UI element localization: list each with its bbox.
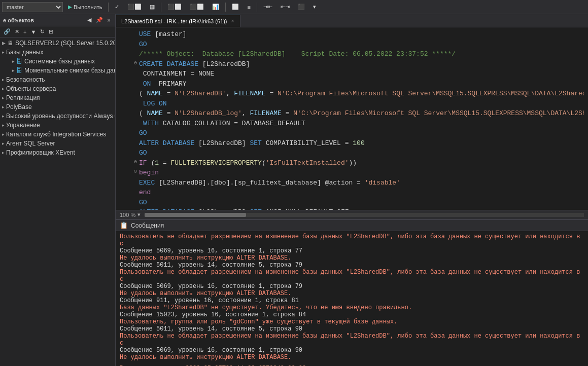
- stop-button[interactable]: ⬜: [229, 2, 242, 12]
- sidebar-filter-btn[interactable]: ▼: [29, 28, 38, 35]
- message-line: Сообщение 5069, уровень 16, состояние 1,…: [120, 247, 584, 254]
- code-line: EXEC [L2SharedDB].[dbo].[sp_fulltext_dat…: [116, 178, 588, 188]
- tree-arrow-xevent: ▸: [2, 150, 5, 155]
- code-content: EXEC [L2SharedDB].[dbo].[sp_fulltext_dat…: [139, 178, 584, 188]
- tree-item-server-objects[interactable]: ▸ Объекты сервера: [0, 84, 115, 93]
- sidebar-close-btn[interactable]: ×: [106, 16, 112, 24]
- tree-arrow-replication: ▸: [2, 95, 5, 100]
- tab-bar: L2SharedDB.sql - IRK...ter (IRK\irk63 (6…: [116, 14, 588, 27]
- sidebar-collapse-btn[interactable]: ⊟: [47, 28, 55, 35]
- tree-label-security: Безопасность: [6, 76, 45, 83]
- line-expand[interactable]: ⊖: [132, 158, 139, 166]
- code-line: GO: [116, 198, 588, 208]
- sidebar-connect-btn[interactable]: 🔗: [2, 28, 12, 35]
- code-line: end: [116, 188, 588, 198]
- code-content: ALTER DATABASE [L2SharedDB] SET COMPATIB…: [139, 138, 584, 149]
- code-line: ( NAME = N'L2SharedDB_log', FILENAME = N…: [116, 108, 588, 119]
- tree-item-system-db[interactable]: ▸ 🗄 Системные базы данных: [0, 57, 115, 66]
- tree-item-ha[interactable]: ▸ Высокий уровень доступности Always On: [0, 112, 115, 121]
- main-container: е объектов ◀ 📌 × 🔗 ✕ + ▼ ↻ ⊟ ▶ 🖥 SQLSERV…: [0, 14, 588, 366]
- line-expand[interactable]: ⊖: [132, 59, 139, 67]
- code-content: ( NAME = N'L2SharedDB_log', FILENAME = N…: [139, 108, 584, 119]
- plan-button[interactable]: 📊: [209, 2, 222, 12]
- tree-arrow-sql-agent: ▸: [2, 141, 5, 146]
- sidebar-tree: ▶ 🖥 SQLSERVERL2 (SQL Server 15.0.2000.5 …: [0, 38, 115, 366]
- tree-item-replication[interactable]: ▸ Репликация: [0, 93, 115, 102]
- code-content: GO: [139, 148, 584, 158]
- misc-button[interactable]: ≡: [244, 2, 253, 12]
- db-icon-system: 🗄: [16, 58, 22, 65]
- tree-item-server[interactable]: ▶ 🖥 SQLSERVERL2 (SQL Server 15.0.2000.5 …: [0, 39, 115, 48]
- messages-icon: 📋: [120, 222, 128, 229]
- parse-button[interactable]: ⬛⬜: [124, 2, 145, 12]
- execute-button[interactable]: ▶ Выполнить: [65, 2, 105, 12]
- query-button[interactable]: ⬛⬜: [164, 2, 185, 12]
- code-content: ALTER DATABASE [L2SharedDB] SET ANSI_NUL…: [139, 207, 584, 210]
- code-line: WITH CATALOG_COLLATION = DATABASE_DEFAUL…: [116, 119, 588, 129]
- editor-area[interactable]: USE [master] GO /***** Object: Database …: [116, 27, 588, 210]
- content-area: L2SharedDB.sql - IRK...ter (IRK\irk63 (6…: [116, 14, 588, 366]
- tab-sql-file[interactable]: L2SharedDB.sql - IRK...ter (IRK\irk63 (6…: [116, 15, 240, 27]
- code-line: ⊖CREATE DATABASE [L2SharedDB]: [116, 59, 588, 69]
- message-line: Не удалось выполнить инструкцию ALTER DA…: [120, 254, 584, 262]
- misc2-button[interactable]: ⬛: [295, 2, 308, 12]
- tree-item-sql-agent[interactable]: ▸ Агент SQL Server: [0, 139, 115, 148]
- tree-item-databases[interactable]: ▸ Базы данных: [0, 48, 115, 57]
- code-content: GO: [139, 40, 584, 50]
- code-content: GO: [139, 198, 584, 208]
- message-line: Сообщение 5069, уровень 16, состояние 1,…: [120, 347, 584, 354]
- misc3-button[interactable]: ▾: [310, 2, 319, 12]
- horizontal-scrollbar[interactable]: [145, 213, 584, 217]
- code-line: ALTER DATABASE [L2SharedDB] SET COMPATIB…: [116, 138, 588, 149]
- sidebar-header-icons: ◀ 📌 ×: [86, 16, 112, 24]
- tree-item-polybase[interactable]: ▸ PolyBase: [0, 102, 115, 112]
- check-button[interactable]: ✓: [112, 2, 122, 12]
- tree-label-replication: Репликация: [6, 94, 40, 101]
- tree-item-management[interactable]: ▸ Управление: [0, 121, 115, 130]
- tree-arrow-databases: ▸: [2, 50, 5, 55]
- message-line: Сообщение 5011, уровень 14, состояние 5,…: [120, 262, 584, 269]
- tree-label-server: SQLSERVERL2 (SQL Server 15.0.2000.5 - ir…: [15, 40, 115, 47]
- code-line: ( NAME = N'L2SharedDB', FILENAME = N'C:\…: [116, 89, 588, 99]
- messages-title: Сообщения: [131, 222, 164, 229]
- grid-button[interactable]: ▦: [147, 2, 158, 12]
- server-icon: 🖥: [7, 40, 13, 47]
- tree-label-xevent: Профилировщик XEvent: [6, 149, 75, 156]
- database-selector[interactable]: master: [2, 2, 63, 12]
- tree-item-integration[interactable]: ▸ Каталоги служб Integration Services: [0, 130, 115, 139]
- sidebar-header: е объектов ◀ 📌 ×: [0, 14, 115, 26]
- tree-arrow-ha: ▸: [2, 114, 5, 119]
- code-content: LOG ON: [139, 99, 584, 109]
- message-line: Не удалось выполнить инструкцию ALTER DA…: [120, 290, 584, 297]
- comment-button[interactable]: ⇤⇥: [278, 2, 293, 12]
- sidebar-new-btn[interactable]: +: [22, 28, 28, 35]
- tree-arrow-integration: ▸: [2, 132, 5, 137]
- messages-panel: 📋 Сообщения Пользователь не обладает раз…: [116, 219, 588, 366]
- db-icon-snapshots: 🗄: [16, 67, 22, 74]
- indent-button[interactable]: ⇥⇤: [260, 2, 275, 12]
- result-button[interactable]: ⬛⬜: [187, 2, 207, 12]
- tab-close-btn[interactable]: ×: [230, 18, 235, 24]
- tree-arrow-management: ▸: [2, 123, 5, 128]
- sidebar-refresh-btn[interactable]: ↻: [39, 28, 46, 35]
- zoom-dropdown-icon: ▾: [137, 211, 141, 218]
- tree-item-xevent[interactable]: ▸ Профилировщик XEvent: [0, 148, 115, 157]
- line-expand[interactable]: ⊖: [132, 168, 139, 175]
- scrollbar-thumb: [145, 213, 246, 217]
- code-content: begin: [139, 168, 584, 178]
- message-line: Не удалось выполнить инструкцию ALTER DA…: [120, 354, 584, 361]
- zoom-label: 100 %: [120, 212, 135, 218]
- sidebar-pin-btn[interactable]: 📌: [94, 16, 105, 24]
- sidebar-back-btn[interactable]: ◀: [86, 16, 93, 24]
- code-line: CONTAINMENT = NONE: [116, 69, 588, 79]
- tree-item-snapshots[interactable]: ▸ 🗄 Моментальные снимки базы данных: [0, 66, 115, 75]
- sidebar: е объектов ◀ 📌 × 🔗 ✕ + ▼ ↻ ⊟ ▶ 🖥 SQLSERV…: [0, 14, 116, 366]
- messages-body[interactable]: Пользователь не обладает разрешением на …: [116, 231, 588, 366]
- code-line: GO: [116, 128, 588, 138]
- message-line: Сообщение 5011, уровень 14, состояние 5,…: [120, 325, 584, 333]
- tree-item-security[interactable]: ▸ Безопасность: [0, 75, 115, 84]
- separator-3: [225, 3, 226, 12]
- tree-label-snapshots: Моментальные снимки базы данных: [24, 67, 115, 74]
- code-content: IF (1 = FULLTEXTSERVICEPROPERTY('IsFullT…: [139, 158, 584, 168]
- sidebar-disconnect-btn[interactable]: ✕: [13, 28, 21, 35]
